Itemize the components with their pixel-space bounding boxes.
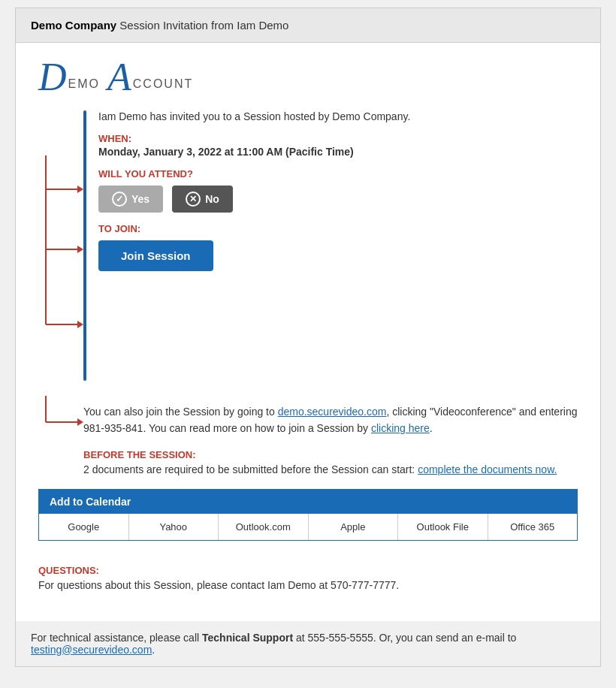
email-body: D EMO A CCOUNT: [16, 43, 600, 621]
arrow4-svg: [38, 388, 83, 448]
check-icon: ✓: [112, 192, 127, 207]
questions-section: QUESTIONS: For questions about this Sess…: [38, 554, 578, 606]
invite-text: Iam Demo has invited you to a Session ho…: [98, 110, 578, 122]
support-email-link[interactable]: testing@securevideo.com: [31, 644, 152, 656]
svg-marker-11: [77, 418, 83, 426]
logo-ccount: CCOUNT: [133, 77, 193, 97]
email-header: Demo Company Session Invitation from Iam…: [16, 8, 600, 43]
logo-emo: EMO: [68, 77, 100, 97]
attend-buttons: ✓ Yes ✕ No: [98, 186, 578, 213]
yes-button[interactable]: ✓ Yes: [98, 186, 163, 213]
before-session-section: BEFORE THE SESSION: 2 documents are requ…: [83, 449, 578, 475]
cal-yahoo-button[interactable]: Yahoo: [129, 514, 219, 540]
email-header-title: Demo Company Session Invitation from Iam…: [31, 19, 288, 32]
support-bold: Technical Support: [202, 632, 293, 644]
logo-area: D EMO A CCOUNT: [38, 58, 578, 97]
before-text-before: 2 documents are required to be submitted…: [83, 463, 418, 475]
join-button[interactable]: Join Session: [98, 240, 213, 271]
join-label: TO JOIN:: [98, 223, 578, 234]
footer-section: For technical assistance, please call Te…: [16, 621, 600, 666]
before-text: 2 documents are required to be submitted…: [83, 463, 578, 475]
join-btn-label: Join Session: [121, 249, 191, 262]
support-text: For technical assistance, please call Te…: [31, 632, 585, 656]
email-container: Demo Company Session Invitation from Iam…: [15, 8, 601, 667]
svg-marker-2: [77, 186, 83, 193]
questions-text: For questions about this Session, please…: [38, 579, 578, 591]
cal-outlookcom-button[interactable]: Outlook.com: [219, 514, 309, 540]
cal-office365-button[interactable]: Office 365: [488, 514, 578, 540]
join-section: TO JOIN: Join Session: [98, 223, 578, 271]
yes-label: Yes: [131, 193, 149, 205]
no-button[interactable]: ✕ No: [172, 186, 233, 213]
when-label: WHEN:: [98, 133, 578, 144]
extra-text-before: You can also join the Session by going t…: [83, 406, 278, 418]
cal-apple-button[interactable]: Apple: [309, 514, 399, 540]
questions-label: QUESTIONS:: [38, 565, 578, 576]
svg-marker-8: [77, 321, 83, 328]
arrows-svg: [38, 110, 83, 381]
complete-docs-link[interactable]: complete the documents now.: [418, 463, 557, 475]
attend-label: WILL YOU ATTEND?: [98, 168, 578, 180]
before-label: BEFORE THE SESSION:: [83, 449, 578, 460]
header-title-rest: Session Invitation from Iam Demo: [116, 19, 288, 32]
logo-d: D: [38, 58, 67, 97]
no-label: No: [205, 193, 219, 205]
attend-section: WILL YOU ATTEND? ✓ Yes ✕ No: [98, 168, 578, 213]
x-icon: ✕: [186, 192, 201, 207]
cal-google-button[interactable]: Google: [39, 514, 129, 540]
logo-a: A: [107, 58, 131, 97]
demo-securevideo-link[interactable]: demo.securevideo.com: [278, 406, 387, 418]
when-date: Monday, January 3, 2022 at 11:00 AM (Pac…: [98, 146, 578, 158]
main-content: Iam Demo has invited you to a Session ho…: [86, 110, 578, 381]
support-text-after: at 555-555-5555. Or, you can send an e-m…: [293, 632, 516, 644]
extra-text-end: .: [430, 422, 433, 434]
extra-text-block: You can also join the Session by going t…: [83, 388, 578, 475]
calendar-header: Add to Calendar: [39, 490, 577, 514]
svg-marker-5: [77, 246, 83, 253]
when-section: WHEN: Monday, January 3, 2022 at 11:00 A…: [98, 133, 578, 158]
extra-text: You can also join the Session by going t…: [83, 391, 578, 445]
calendar-buttons: Google Yahoo Outlook.com Apple Outlook F…: [39, 514, 577, 540]
calendar-section: Add to Calendar Google Yahoo Outlook.com…: [38, 489, 578, 541]
company-name: Demo Company: [31, 19, 116, 32]
support-text-before: For technical assistance, please call: [31, 632, 202, 644]
clicking-here-link[interactable]: clicking here: [371, 422, 430, 434]
cal-outlookfile-button[interactable]: Outlook File: [398, 514, 488, 540]
support-period: .: [152, 644, 155, 656]
